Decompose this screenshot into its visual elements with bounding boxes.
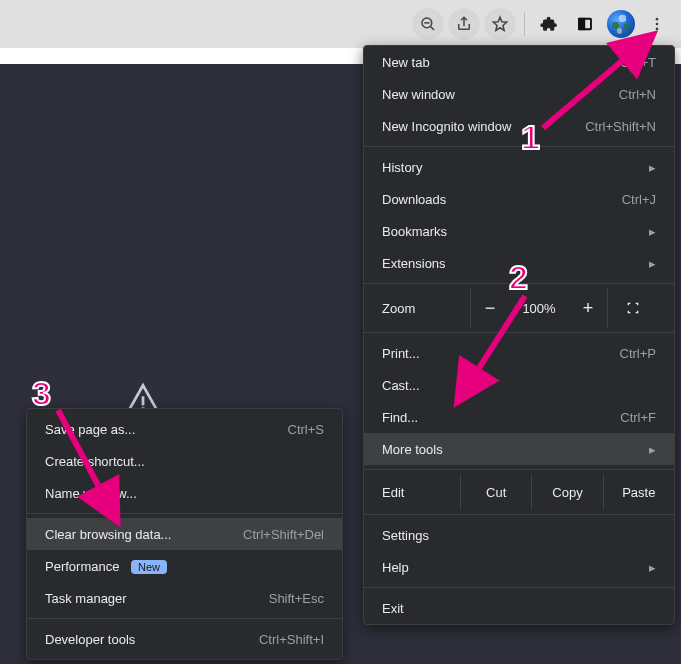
- label: Bookmarks: [382, 224, 447, 239]
- edit-paste-button[interactable]: Paste: [603, 474, 674, 510]
- label: Name window...: [45, 486, 137, 501]
- shortcut: Ctrl+F: [620, 410, 656, 425]
- menu-separator: [364, 146, 674, 147]
- submenu-item-save-as[interactable]: Save page as... Ctrl+S: [27, 413, 342, 445]
- label: Cast...: [382, 378, 420, 393]
- menu-item-settings[interactable]: Settings: [364, 519, 674, 551]
- shortcut: Ctrl+S: [288, 422, 324, 437]
- submenu-item-name-window[interactable]: Name window...: [27, 477, 342, 509]
- edit-copy-button[interactable]: Copy: [531, 474, 602, 510]
- label: New tab: [382, 55, 430, 70]
- toolbar-divider: [524, 12, 525, 36]
- zoom-value: 100%: [509, 301, 569, 316]
- menu-separator: [364, 587, 674, 588]
- menu-item-bookmarks[interactable]: Bookmarks ▸: [364, 215, 674, 247]
- shortcut: Ctrl+Shift+Del: [243, 527, 324, 542]
- label: Save page as...: [45, 422, 135, 437]
- svg-line-1: [431, 27, 434, 30]
- submenu-item-performance[interactable]: Performance New: [27, 550, 342, 582]
- menu-separator: [364, 332, 674, 333]
- main-menu: New tab Ctrl+T New window Ctrl+N New Inc…: [363, 45, 675, 625]
- edit-cut-button[interactable]: Cut: [460, 474, 531, 510]
- zoom-out-icon[interactable]: [412, 8, 444, 40]
- annotation-number-3: 3: [32, 374, 51, 413]
- menu-item-more-tools[interactable]: More tools ▸: [364, 433, 674, 465]
- shortcut: Ctrl+Shift+I: [259, 632, 324, 647]
- svg-point-8: [656, 28, 659, 31]
- menu-item-exit[interactable]: Exit: [364, 592, 674, 624]
- shortcut: Shift+Esc: [269, 591, 324, 606]
- menu-separator: [364, 469, 674, 470]
- label: Find...: [382, 410, 418, 425]
- browser-toolbar: [0, 0, 681, 48]
- menu-item-history[interactable]: History ▸: [364, 151, 674, 183]
- shortcut: Ctrl+Shift+N: [585, 119, 656, 134]
- submenu-item-task-manager[interactable]: Task manager Shift+Esc: [27, 582, 342, 614]
- shortcut: Ctrl+N: [619, 87, 656, 102]
- profile-avatar[interactable]: [607, 10, 635, 38]
- menu-item-help[interactable]: Help ▸: [364, 551, 674, 583]
- submenu-item-create-shortcut[interactable]: Create shortcut...: [27, 445, 342, 477]
- label: Clear browsing data...: [45, 527, 171, 542]
- svg-point-6: [656, 18, 659, 21]
- submenu-item-dev-tools[interactable]: Developer tools Ctrl+Shift+I: [27, 623, 342, 655]
- kebab-menu-icon[interactable]: [639, 6, 675, 42]
- menu-item-incognito[interactable]: New Incognito window Ctrl+Shift+N: [364, 110, 674, 142]
- annotation-number-1: 1: [521, 118, 540, 157]
- menu-item-print[interactable]: Print... Ctrl+P: [364, 337, 674, 369]
- label: Create shortcut...: [45, 454, 145, 469]
- fullscreen-button[interactable]: [608, 300, 658, 316]
- label: Settings: [382, 528, 429, 543]
- sidepanel-icon[interactable]: [567, 6, 603, 42]
- svg-point-7: [656, 23, 659, 26]
- menu-separator: [364, 514, 674, 515]
- menu-item-edit: Edit Cut Copy Paste: [364, 474, 674, 510]
- menu-separator: [27, 618, 342, 619]
- label: More tools: [382, 442, 443, 457]
- annotation-number-2: 2: [509, 258, 528, 297]
- more-tools-submenu: Save page as... Ctrl+S Create shortcut..…: [26, 408, 343, 660]
- chevron-right-icon: ▸: [649, 442, 656, 457]
- chevron-right-icon: ▸: [649, 256, 656, 271]
- menu-item-new-window[interactable]: New window Ctrl+N: [364, 78, 674, 110]
- label: New Incognito window: [382, 119, 511, 134]
- svg-marker-3: [493, 17, 507, 30]
- label: Zoom: [364, 301, 470, 316]
- menu-item-new-tab[interactable]: New tab Ctrl+T: [364, 46, 674, 78]
- menu-item-find[interactable]: Find... Ctrl+F: [364, 401, 674, 433]
- label: Task manager: [45, 591, 127, 606]
- zoom-out-button[interactable]: −: [471, 298, 509, 319]
- label: Help: [382, 560, 409, 575]
- share-icon[interactable]: [448, 8, 480, 40]
- chevron-right-icon: ▸: [649, 560, 656, 575]
- label: Developer tools: [45, 632, 135, 647]
- chevron-right-icon: ▸: [649, 160, 656, 175]
- svg-rect-5: [579, 19, 584, 30]
- new-badge: New: [131, 560, 167, 574]
- label: New window: [382, 87, 455, 102]
- menu-item-downloads[interactable]: Downloads Ctrl+J: [364, 183, 674, 215]
- shortcut: Ctrl+J: [622, 192, 656, 207]
- puzzle-icon[interactable]: [531, 6, 567, 42]
- menu-item-cast[interactable]: Cast...: [364, 369, 674, 401]
- label: History: [382, 160, 422, 175]
- shortcut: Ctrl+T: [620, 55, 656, 70]
- label: Extensions: [382, 256, 446, 271]
- label: Performance New: [45, 559, 167, 574]
- zoom-in-button[interactable]: +: [569, 298, 607, 319]
- submenu-item-clear-data[interactable]: Clear browsing data... Ctrl+Shift+Del: [27, 518, 342, 550]
- star-icon[interactable]: [484, 8, 516, 40]
- chevron-right-icon: ▸: [649, 224, 656, 239]
- menu-separator: [27, 513, 342, 514]
- label: Print...: [382, 346, 420, 361]
- label: Downloads: [382, 192, 446, 207]
- label: Edit: [364, 485, 460, 500]
- label: Exit: [382, 601, 404, 616]
- shortcut: Ctrl+P: [620, 346, 656, 361]
